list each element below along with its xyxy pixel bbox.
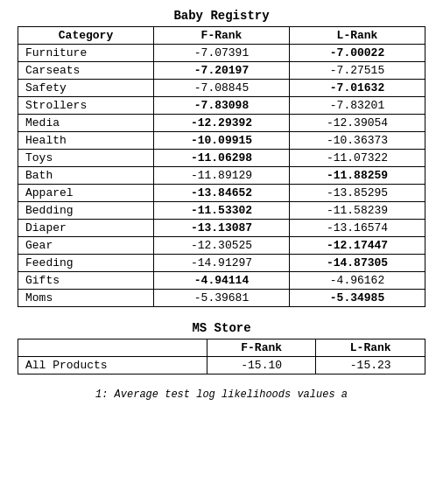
frank-cell: -7.07391 [154,45,290,62]
ms-col-header-lrank: L-Rank [316,340,425,357]
category-cell: All Products [18,357,207,374]
frank-cell: -7.20197 [154,62,290,80]
category-cell: Gear [18,237,154,255]
category-cell: Strollers [18,97,154,115]
table-row: Strollers-7.83098-7.83201 [18,97,425,115]
table-row: Gear-12.30525-12.17447 [18,237,425,255]
table-row: Gifts-4.94114-4.96162 [18,272,425,290]
lrank-cell: -15.23 [316,357,425,374]
baby-registry-section: Baby Registry Category F-Rank L-Rank Fur… [18,9,425,307]
category-cell: Bath [18,167,154,185]
category-cell: Toys [18,150,154,167]
category-cell: Bedding [18,202,154,220]
category-cell: Health [18,132,154,150]
col-header-frank: F-Rank [154,27,290,45]
lrank-cell: -7.01632 [290,80,425,97]
lrank-cell: -7.83201 [290,97,425,115]
table-row: Carseats-7.20197-7.27515 [18,62,425,80]
table-row: Bath-11.89129-11.88259 [18,167,425,185]
lrank-cell: -13.85295 [290,185,425,202]
lrank-cell: -7.00022 [290,45,425,62]
lrank-cell: -4.96162 [290,272,425,290]
lrank-cell: -11.07322 [290,150,425,167]
ms-col-header-empty [18,340,207,357]
frank-cell: -13.13087 [154,220,290,237]
table-row: Feeding-14.91297-14.87305 [18,255,425,272]
col-header-lrank: L-Rank [290,27,425,45]
frank-cell: -7.08845 [154,80,290,97]
table-row: Furniture-7.07391-7.00022 [18,45,425,62]
frank-cell: -14.91297 [154,255,290,272]
table-row: Apparel-13.84652-13.85295 [18,185,425,202]
baby-registry-title: Baby Registry [18,9,425,23]
table-row: Media-12.29392-12.39054 [18,115,425,132]
category-cell: Moms [18,290,154,307]
category-cell: Furniture [18,45,154,62]
ms-col-header-frank: F-Rank [207,340,316,357]
baby-registry-table: Category F-Rank L-Rank Furniture-7.07391… [18,26,425,307]
table-header-row: Category F-Rank L-Rank [18,27,425,45]
lrank-cell: -13.16574 [290,220,425,237]
category-cell: Safety [18,80,154,97]
ms-store-title: MS Store [18,321,425,335]
ms-store-section: MS Store F-Rank L-Rank All Products-15.1… [18,321,425,374]
lrank-cell: -7.27515 [290,62,425,80]
lrank-cell: -10.36373 [290,132,425,150]
table-row: All Products-15.10-15.23 [18,357,425,374]
ms-store-table: F-Rank L-Rank All Products-15.10-15.23 [18,339,425,374]
lrank-cell: -12.17447 [290,237,425,255]
table-row: Diaper-13.13087-13.16574 [18,220,425,237]
ms-store-header-row: F-Rank L-Rank [18,340,425,357]
table-row: Safety-7.08845-7.01632 [18,80,425,97]
frank-cell: -4.94114 [154,272,290,290]
category-cell: Diaper [18,220,154,237]
frank-cell: -7.83098 [154,97,290,115]
frank-cell: -15.10 [207,357,316,374]
frank-cell: -13.84652 [154,185,290,202]
frank-cell: -11.89129 [154,167,290,185]
lrank-cell: -12.39054 [290,115,425,132]
lrank-cell: -5.34985 [290,290,425,307]
category-cell: Apparel [18,185,154,202]
table-row: Toys-11.06298-11.07322 [18,150,425,167]
frank-cell: -12.29392 [154,115,290,132]
table-row: Bedding-11.53302-11.58239 [18,202,425,220]
category-cell: Gifts [18,272,154,290]
frank-cell: -5.39681 [154,290,290,307]
category-cell: Carseats [18,62,154,80]
category-cell: Feeding [18,255,154,272]
lrank-cell: -14.87305 [290,255,425,272]
table-caption: 1: Average test log likelihoods values a [18,388,425,401]
lrank-cell: -11.88259 [290,167,425,185]
table-row: Moms-5.39681-5.34985 [18,290,425,307]
category-cell: Media [18,115,154,132]
frank-cell: -10.09915 [154,132,290,150]
frank-cell: -11.53302 [154,202,290,220]
table-row: Health-10.09915-10.36373 [18,132,425,150]
frank-cell: -11.06298 [154,150,290,167]
frank-cell: -12.30525 [154,237,290,255]
col-header-category: Category [18,27,154,45]
lrank-cell: -11.58239 [290,202,425,220]
